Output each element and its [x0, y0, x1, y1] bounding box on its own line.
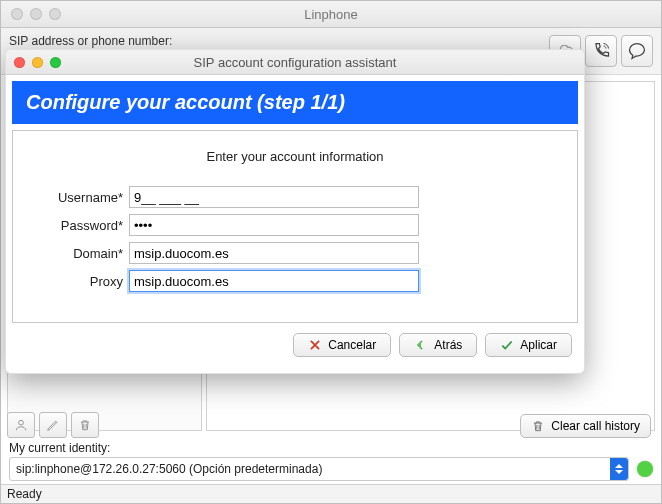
trash-icon — [78, 418, 92, 432]
dialog-titlebar: SIP account configuration assistant — [6, 50, 584, 75]
identity-block: My current identity: sip:linphone@172.26… — [9, 441, 653, 481]
username-label: Username* — [35, 190, 123, 205]
apply-label: Aplicar — [520, 338, 557, 352]
identity-select[interactable]: sip:linphone@172.26.0.27:5060 (Opción pr… — [9, 457, 629, 481]
person-icon — [14, 417, 28, 433]
back-arrow-icon — [414, 338, 428, 352]
username-field[interactable] — [129, 186, 419, 208]
trash-icon — [531, 419, 545, 433]
proxy-label: Proxy — [35, 274, 123, 289]
status-text: Ready — [7, 487, 42, 501]
username-row: Username* — [35, 186, 555, 208]
svg-point-0 — [19, 420, 24, 425]
main-window-title: Linphone — [1, 7, 661, 22]
proxy-field[interactable] — [129, 270, 419, 292]
form-subtitle: Enter your account information — [35, 149, 555, 164]
main-window-titlebar: Linphone — [1, 1, 661, 28]
back-label: Atrás — [434, 338, 462, 352]
cancel-button[interactable]: Cancelar — [293, 333, 391, 357]
clear-call-history-label: Clear call history — [551, 419, 640, 433]
domain-label: Domain* — [35, 246, 123, 261]
proxy-row: Proxy — [35, 270, 555, 292]
delete-contact-button[interactable] — [71, 412, 99, 438]
sip-config-dialog: SIP account configuration assistant Conf… — [5, 49, 585, 374]
domain-field[interactable] — [129, 242, 419, 264]
dialog-button-row: Cancelar Atrás Aplicar — [12, 323, 578, 367]
apply-button[interactable]: Aplicar — [485, 333, 572, 357]
cancel-label: Cancelar — [328, 338, 376, 352]
dialog-title: SIP account configuration assistant — [6, 55, 584, 70]
contacts-toolbar — [7, 412, 99, 438]
dialog-headline: Configure your account (step 1/1) — [12, 81, 578, 124]
apply-check-icon — [500, 338, 514, 352]
linphone-main-window: Linphone SIP address or phone number: — [0, 0, 662, 504]
cancel-icon — [308, 338, 322, 352]
password-field[interactable] — [129, 214, 419, 236]
call-button[interactable] — [585, 35, 617, 67]
account-form: Enter your account information Username*… — [12, 130, 578, 323]
edit-contact-button[interactable] — [39, 412, 67, 438]
phone-wave-icon — [591, 41, 611, 61]
status-bar: Ready — [1, 484, 661, 503]
dialog-body: Configure your account (step 1/1) Enter … — [6, 75, 584, 373]
identity-row: sip:linphone@172.26.0.27:5060 (Opción pr… — [9, 457, 653, 481]
pencil-icon — [46, 418, 60, 432]
sip-address-label: SIP address or phone number: — [9, 34, 545, 48]
password-label: Password* — [35, 218, 123, 233]
back-button[interactable]: Atrás — [399, 333, 477, 357]
select-stepper-icon — [610, 458, 628, 480]
domain-row: Domain* — [35, 242, 555, 264]
clear-call-history-button[interactable]: Clear call history — [520, 414, 651, 438]
chat-button[interactable] — [621, 35, 653, 67]
add-contact-button[interactable] — [7, 412, 35, 438]
online-status-indicator — [637, 461, 653, 477]
identity-label: My current identity: — [9, 441, 653, 455]
identity-value: sip:linphone@172.26.0.27:5060 (Opción pr… — [16, 462, 322, 476]
password-row: Password* — [35, 214, 555, 236]
chat-bubble-icon — [627, 41, 647, 61]
